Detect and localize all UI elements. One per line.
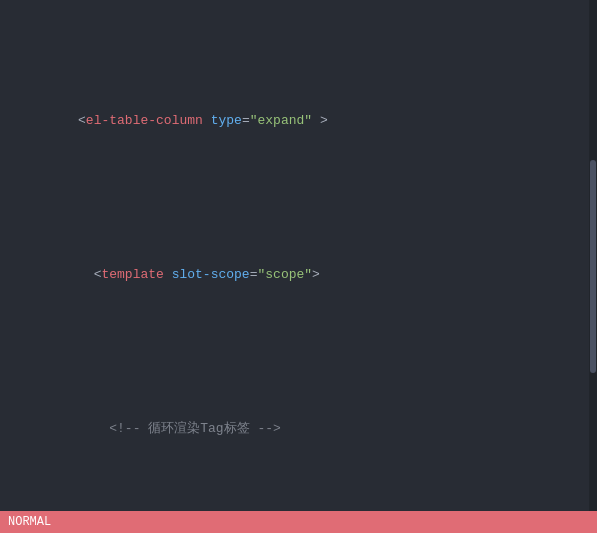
code-editor: <el-table-column type="expand" > <templa… xyxy=(0,0,597,533)
scrollbar[interactable] xyxy=(589,0,597,533)
code-line-2: <template slot-scope="scope"> xyxy=(0,242,597,308)
code-content: <el-table-column type="expand" > <templa… xyxy=(0,0,597,533)
scrollbar-thumb[interactable] xyxy=(590,160,596,373)
bottom-status-bar: NORMAL xyxy=(0,511,597,533)
code-line-1: <el-table-column type="expand" > xyxy=(0,88,597,154)
editor-mode-text: NORMAL xyxy=(8,515,51,529)
code-line-3: <!-- 循环渲染Tag标签 --> xyxy=(0,396,597,462)
